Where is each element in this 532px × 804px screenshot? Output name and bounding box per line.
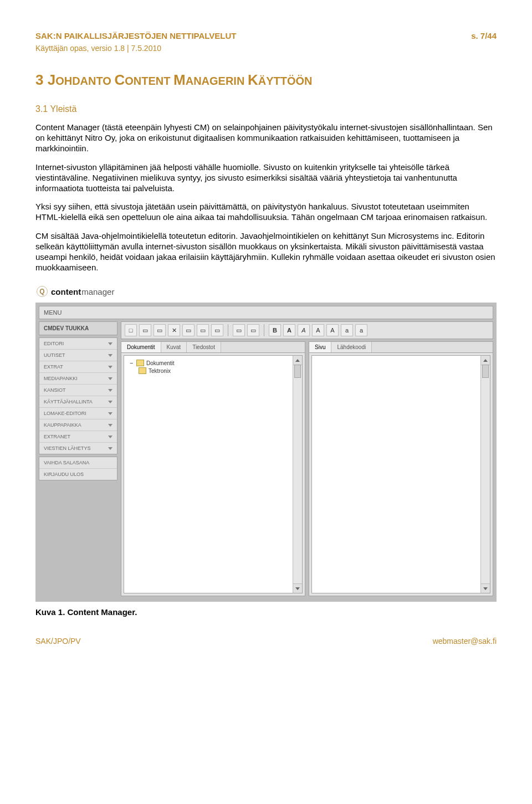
scrollbar[interactable] <box>480 356 490 593</box>
scroll-down-icon[interactable] <box>481 583 490 593</box>
tool-font-a4-icon[interactable]: A <box>326 324 339 336</box>
chevron-down-icon <box>108 412 112 415</box>
sidebar-group-account: VAIHDA SALASANA KIRJAUDU ULOS <box>39 457 117 480</box>
figure-caption: Kuva 1. Content Manager. <box>35 607 497 617</box>
work-area: □ ▭ ▭ ✕ ▭ ▭ ▭ ▭ ▭ B A A A <box>121 321 493 596</box>
scroll-thumb[interactable] <box>294 365 301 378</box>
app-menubar[interactable]: MENU <box>39 306 493 319</box>
section-heading: 3.1 Yleistä <box>35 104 497 114</box>
chevron-down-icon <box>108 389 112 392</box>
tool-bold-icon[interactable]: B <box>269 324 281 336</box>
scroll-thumb[interactable] <box>482 365 489 378</box>
tool-font-a6-icon[interactable]: a <box>355 324 367 336</box>
scroll-up-icon[interactable] <box>481 356 490 365</box>
page-header: SAK:N PAIKALLISJÄRJESTÖJEN NETTIPALVELUT… <box>35 31 497 40</box>
sidebar-item-viestien-lahetys[interactable]: VIESTIEN LÄHETYS <box>39 443 117 454</box>
tab-dokumentit[interactable]: Dokumentit <box>121 342 161 352</box>
tab-sivu[interactable]: Sivu <box>309 342 331 352</box>
sidebar-item-lomake-editori[interactable]: LOMAKE-EDITORI <box>39 408 117 419</box>
screenshot-figure: Q contentmanager MENU CMDEV TUUKKA EDITO… <box>35 285 497 617</box>
tool-font-a2-icon[interactable]: A <box>298 324 310 336</box>
app-window: MENU CMDEV TUUKKA EDITORI UUTISET EXTRAT… <box>35 303 497 602</box>
header-right: s. 7/44 <box>471 31 497 40</box>
folder-icon <box>139 367 146 374</box>
logo-icon: Q <box>37 286 48 297</box>
tool-delete-icon[interactable]: ✕ <box>168 324 180 336</box>
page-subheader: Käyttäjän opas, versio 1.8 | 7.5.2010 <box>35 44 497 53</box>
sidebar-item-mediapankki[interactable]: MEDIAPANKKI <box>39 373 117 385</box>
tree-root[interactable]: − Dokumentit <box>129 359 298 367</box>
footer-right: webmaster@sak.fi <box>433 637 497 646</box>
tree-child[interactable]: Tektronix <box>129 367 298 375</box>
chevron-down-icon <box>108 342 112 345</box>
sidebar-item-kansiot[interactable]: KANSIOT <box>39 385 117 396</box>
sidebar-item-kayttajahallinta[interactable]: KÄYTTÄJÄHALLINTA <box>39 396 117 408</box>
tool-redo-icon[interactable]: ▭ <box>247 324 259 336</box>
chevron-down-icon <box>108 366 112 368</box>
chevron-down-icon <box>108 401 112 403</box>
chevron-down-icon <box>108 377 112 380</box>
tool-font-a3-icon[interactable]: A <box>312 324 324 336</box>
tool-paste-icon[interactable]: ▭ <box>197 324 209 336</box>
logo-text: contentmanager <box>51 287 114 296</box>
scrollbar[interactable] <box>293 356 302 593</box>
header-left: SAK:N PAIKALLISJÄRJESTÖJEN NETTIPALVELUT <box>35 31 237 40</box>
sidebar-title: CMDEV TUUKKA <box>39 321 117 335</box>
tool-save-icon[interactable]: ▭ <box>154 324 166 336</box>
sidebar-item-extrat[interactable]: EXTRAT <box>39 361 117 373</box>
tab-kuvat[interactable]: Kuvat <box>161 342 187 352</box>
toolbar-separator <box>264 324 264 336</box>
chapter-heading: 3 JOHDANTO CONTENT MANAGERIN KÄYTTÖÖN <box>35 71 497 89</box>
tree-panel[interactable]: − Dokumentit Tektronix <box>124 355 303 593</box>
tool-new-icon[interactable]: □ <box>125 324 137 336</box>
paragraph: Yksi syy siihen, että sivustoja jätetään… <box>35 201 497 222</box>
tab-tiedostot[interactable]: Tiedostot <box>187 342 221 352</box>
sidebar-item-kirjaudu-ulos[interactable]: KIRJAUDU ULOS <box>39 469 117 480</box>
toolbar-separator <box>228 324 228 336</box>
chevron-down-icon <box>108 447 112 450</box>
left-pane: Dokumentit Kuvat Tiedostot − Dokumentit <box>121 341 305 596</box>
scroll-down-icon[interactable] <box>293 583 302 593</box>
paragraph: CM sisältää Java-ohjelmointikielellä tot… <box>35 231 497 273</box>
editor-toolbar: □ ▭ ▭ ✕ ▭ ▭ ▭ ▭ ▭ B A A A <box>121 321 493 339</box>
scroll-up-icon[interactable] <box>293 356 302 365</box>
tool-font-a5-icon[interactable]: a <box>341 324 353 336</box>
paragraph: Internet-sivuston ylläpitäminen jää help… <box>35 162 497 194</box>
left-tabs: Dokumentit Kuvat Tiedostot <box>121 342 305 353</box>
tool-font-a1-icon[interactable]: A <box>283 324 295 336</box>
paragraph: Content Manager (tästä eteenpäin lyhyest… <box>35 122 497 154</box>
menu-label: MENU <box>44 309 62 316</box>
chevron-down-icon <box>108 354 112 357</box>
chevron-down-icon <box>108 424 112 427</box>
folder-icon <box>136 360 144 366</box>
content-panel[interactable] <box>311 355 490 593</box>
expander-icon[interactable]: − <box>129 360 134 366</box>
right-pane: Sivu Lähdekoodi <box>309 341 493 596</box>
app-logo: Q contentmanager <box>35 285 497 303</box>
tool-undo-icon[interactable]: ▭ <box>233 324 245 336</box>
tool-copy-icon[interactable]: ▭ <box>182 324 195 336</box>
footer-left: SAK/JPO/PV <box>35 637 81 646</box>
sidebar-item-kauppapaikka[interactable]: KAUPPAPAIKKA <box>39 419 117 431</box>
tool-cut-icon[interactable]: ▭ <box>211 324 223 336</box>
tool-open-icon[interactable]: ▭ <box>139 324 151 336</box>
sidebar-group-main: EDITORI UUTISET EXTRAT MEDIAPANKKI KANSI… <box>39 337 117 454</box>
sidebar-item-editori[interactable]: EDITORI <box>39 338 117 350</box>
tab-lahdekoodi[interactable]: Lähdekoodi <box>331 342 372 352</box>
sidebar-item-extranet[interactable]: EXTRANET <box>39 431 117 443</box>
page-footer: SAK/JPO/PV webmaster@sak.fi <box>35 637 497 646</box>
sidebar-item-uutiset[interactable]: UUTISET <box>39 350 117 361</box>
right-tabs: Sivu Lähdekoodi <box>309 342 493 353</box>
app-sidebar: CMDEV TUUKKA EDITORI UUTISET EXTRAT MEDI… <box>39 321 117 596</box>
chevron-down-icon <box>108 436 112 438</box>
sidebar-item-vaihda-salasana[interactable]: VAIHDA SALASANA <box>39 457 117 469</box>
